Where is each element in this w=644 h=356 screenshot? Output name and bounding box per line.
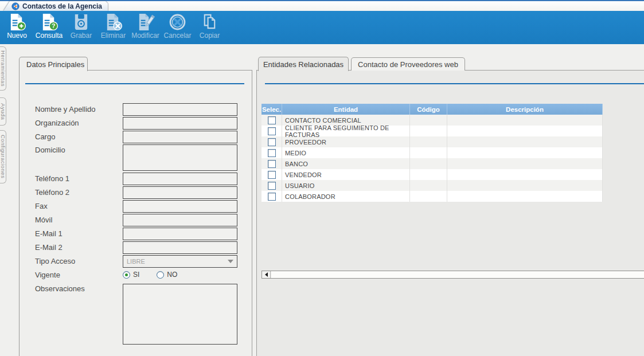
table-row: MEDIO bbox=[261, 147, 603, 158]
chevron-down-icon bbox=[228, 260, 233, 263]
cell-descripcion[interactable] bbox=[447, 147, 603, 158]
cancelar-button[interactable]: Cancelar bbox=[163, 13, 192, 40]
nombre-input[interactable] bbox=[123, 103, 237, 116]
column-header-selec[interactable]: Selec. bbox=[261, 104, 282, 115]
cell-descripcion[interactable] bbox=[447, 169, 603, 180]
domicilio-textarea[interactable] bbox=[123, 144, 237, 171]
fax-input[interactable] bbox=[123, 200, 237, 213]
table-row: PROVEEDOR bbox=[261, 136, 603, 147]
cargo-label: Cargo bbox=[35, 132, 55, 141]
cargo-input[interactable] bbox=[123, 131, 237, 143]
edit-pencil-icon bbox=[136, 13, 155, 32]
window-tab[interactable]: Contactos de la Agencia bbox=[3, 1, 108, 11]
new-document-icon bbox=[7, 13, 26, 32]
cell-descripcion[interactable] bbox=[447, 191, 603, 202]
vigente-no-radio[interactable]: NO bbox=[157, 271, 177, 279]
vigente-si-radio[interactable]: SI bbox=[123, 271, 139, 279]
cell-entidad[interactable]: VENDEDOR bbox=[282, 169, 410, 180]
delete-document-icon bbox=[104, 13, 123, 32]
row-checkbox[interactable] bbox=[268, 127, 276, 135]
table-row: CLIENTE PARA SEGUIMIENTO DE FACTURAS bbox=[261, 126, 603, 136]
tipo-acceso-select[interactable]: LIBRE bbox=[123, 255, 237, 268]
cell-codigo[interactable] bbox=[410, 180, 447, 191]
cell-entidad[interactable]: PROVEEDOR bbox=[282, 136, 410, 147]
row-checkbox[interactable] bbox=[268, 160, 276, 168]
row-checkbox[interactable] bbox=[268, 182, 276, 190]
cell-codigo[interactable] bbox=[410, 147, 447, 158]
cell-codigo[interactable] bbox=[410, 115, 447, 126]
cell-entidad[interactable]: MEDIO bbox=[282, 147, 410, 158]
app-logo-icon bbox=[11, 2, 19, 10]
cell-descripcion[interactable] bbox=[447, 115, 603, 126]
column-header-codigo[interactable]: Código bbox=[410, 104, 447, 115]
svg-text:?: ? bbox=[52, 22, 56, 29]
main-toolbar: Nuevo ? Consulta Grabar bbox=[0, 11, 644, 44]
cell-entidad[interactable]: COLABORADOR bbox=[282, 191, 410, 202]
cell-descripcion[interactable] bbox=[447, 158, 603, 169]
app-window: Contactos de la Agencia Nuevo bbox=[0, 0, 644, 356]
tab-contacto-proveedores-web[interactable]: Contacto de Proveedores web bbox=[351, 57, 465, 71]
table-row: COLABORADOR bbox=[261, 191, 603, 202]
row-checkbox[interactable] bbox=[268, 138, 276, 146]
email2-input[interactable] bbox=[123, 241, 237, 254]
telefono1-label: Teléfono 1 bbox=[35, 174, 69, 183]
cell-descripcion[interactable] bbox=[447, 180, 603, 191]
sidebar-tab-configuraciones[interactable]: Configuraciones bbox=[0, 130, 6, 183]
row-checkbox[interactable] bbox=[268, 149, 276, 157]
arrow-left-icon bbox=[265, 272, 268, 277]
window-title: Contactos de la Agencia bbox=[22, 2, 102, 10]
cancel-circle-icon bbox=[168, 13, 187, 32]
table-row: USUARIO bbox=[261, 180, 603, 191]
cell-codigo[interactable] bbox=[410, 136, 447, 147]
movil-label: Móvil bbox=[35, 216, 52, 224]
row-checkbox[interactable] bbox=[268, 193, 276, 201]
organizacion-label: Organización bbox=[35, 119, 79, 127]
cell-codigo[interactable] bbox=[410, 126, 447, 136]
table-row: VENDEDOR bbox=[261, 169, 603, 180]
tab-datos-principales[interactable]: Datos Principales bbox=[19, 57, 88, 71]
horizontal-scrollbar[interactable] bbox=[261, 271, 644, 279]
cell-codigo[interactable] bbox=[410, 169, 447, 180]
grabar-button[interactable]: Grabar bbox=[67, 13, 95, 40]
email1-input[interactable] bbox=[123, 228, 237, 240]
sidebar-tab-ayuda[interactable]: Ayuda bbox=[0, 97, 6, 126]
modificar-button[interactable]: Modificar bbox=[131, 13, 159, 40]
email2-label: E-Mail 2 bbox=[35, 243, 63, 252]
radio-unselected-icon bbox=[157, 271, 164, 279]
copiar-button[interactable]: Copiar bbox=[196, 13, 224, 40]
nuevo-button[interactable]: Nuevo bbox=[3, 13, 31, 40]
table-header-row: Selec. Entidad Código Descripción bbox=[261, 104, 603, 115]
telefono2-label: Teléfono 2 bbox=[35, 188, 69, 197]
consulta-button[interactable]: ? Consulta bbox=[35, 13, 63, 40]
telefono2-input[interactable] bbox=[123, 186, 237, 199]
vigente-label: Vigente bbox=[35, 271, 60, 279]
panel-accent-line bbox=[265, 83, 644, 84]
row-checkbox[interactable] bbox=[268, 171, 276, 179]
observaciones-textarea[interactable] bbox=[123, 284, 237, 345]
scroll-left-button[interactable] bbox=[262, 271, 271, 278]
cell-entidad[interactable]: CLIENTE PARA SEGUIMIENTO DE FACTURAS bbox=[282, 126, 410, 136]
cell-descripcion[interactable] bbox=[447, 126, 603, 136]
cell-descripcion[interactable] bbox=[447, 136, 603, 147]
tab-entidades-relacionadas[interactable]: Entidades Relacionadas bbox=[258, 57, 349, 71]
cell-codigo[interactable] bbox=[410, 191, 447, 202]
cell-codigo[interactable] bbox=[410, 158, 447, 169]
window-tab-strip: Contactos de la Agencia bbox=[0, 0, 644, 11]
row-checkbox[interactable] bbox=[268, 116, 276, 124]
column-header-descripcion[interactable]: Descripción bbox=[447, 104, 603, 115]
eliminar-button[interactable]: Eliminar bbox=[99, 13, 127, 40]
movil-input[interactable] bbox=[123, 214, 237, 226]
copy-pages-icon bbox=[200, 13, 219, 32]
telefono1-input[interactable] bbox=[123, 173, 237, 185]
column-header-entidad[interactable]: Entidad bbox=[282, 104, 410, 115]
datos-principales-panel: Datos Principales Nombre y Apellido Orga… bbox=[19, 70, 252, 356]
vigente-radio-group: SI NO bbox=[123, 269, 177, 280]
email1-label: E-Mail 1 bbox=[35, 229, 63, 238]
sidebar-tab-herramientas[interactable]: Herramientas bbox=[0, 46, 6, 91]
organizacion-input[interactable] bbox=[123, 117, 237, 130]
tipo-acceso-value: LIBRE bbox=[127, 258, 145, 265]
cell-entidad[interactable]: BANCO bbox=[282, 158, 410, 169]
scrollbar-thumb[interactable] bbox=[271, 271, 644, 278]
save-floppy-icon bbox=[72, 13, 91, 32]
cell-entidad[interactable]: USUARIO bbox=[282, 180, 410, 191]
